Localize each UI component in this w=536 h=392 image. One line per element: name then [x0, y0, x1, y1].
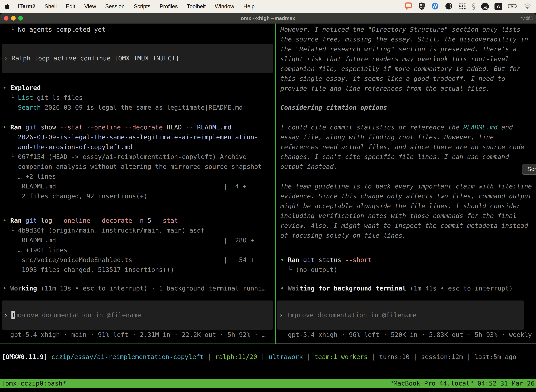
tmux-status-bar: [omx-cczip0:bash* "MacBook-Pro-44.local"… — [0, 379, 536, 388]
git-log-output-line1: └ 4b9d30f (origin/main, instructkr/main,… — [3, 225, 205, 235]
thinking-paragraph3-line2: evidence. Since this change only affects… — [280, 191, 532, 201]
thinking-paragraph3-line1: The team guideline is to back every impo… — [280, 182, 532, 191]
wifi-icon[interactable] — [523, 3, 531, 10]
menu-item-profiles[interactable]: Profiles — [159, 3, 178, 10]
thinking-paragraph1-line2: the source tree, missing the essay. Stil… — [280, 34, 528, 44]
thinking-heading: Considering citation options — [280, 103, 387, 112]
menu-status-icons: § ..61 A — [404, 2, 531, 11]
tmux-session-label: [omx-cczip0:bash* — [1, 379, 66, 388]
iterm-window: omx --xhigh --madmax ⌥⌘1 └ No agents com… — [0, 13, 536, 392]
working-status-line: • Working (11m 13s • esc to interrupt) ·… — [3, 284, 266, 293]
left-pane-bottom-border — [0, 344, 275, 344]
left-message-box[interactable]: › Ralph loop active continue [OMX_TMUX_I… — [2, 44, 273, 73]
omx-status-line: [OMX#0.11.9] cczip/essay/ai-reimplementa… — [2, 352, 516, 362]
thinking-paragraph2-line2: essay file, along with finding root file… — [280, 132, 494, 142]
close-button[interactable] — [4, 16, 9, 21]
pane-divider[interactable] — [275, 23, 276, 344]
git-log-summary-line: 1903 files changed, 513517 insertions(+) — [3, 265, 174, 275]
thinking-paragraph1-line4: slight risk that future readers may over… — [280, 54, 509, 64]
thinking-paragraph3-line4: including verification notes with those … — [280, 211, 517, 221]
zoom-button[interactable] — [18, 16, 23, 21]
menu-item-toolbelt[interactable]: Toolbelt — [187, 3, 206, 10]
thinking-paragraph1-line3: the "Related research writing" section i… — [280, 44, 517, 54]
left-session-status-line: gpt-5.4 xhigh · main · 91% left · 2.31M … — [3, 330, 266, 340]
git-log-output-elided: … +1901 lines — [3, 245, 67, 255]
git-show-output-line2: companion analysis without altering the … — [3, 162, 262, 172]
window-titlebar[interactable]: omx --xhigh --madmax ⌥⌘1 — [0, 13, 536, 23]
git-log-stat-line2: src/voice/voiceModeEnabled.ts | 54 + — [3, 255, 254, 265]
thinking-paragraph1-line5: companion file, especially if more comme… — [280, 64, 520, 74]
thinking-paragraph1-line1: However, I noticed the "Directory Struct… — [280, 25, 520, 34]
explored-header: • Explored — [3, 83, 41, 93]
explored-list-line: └ List git ls-files — [3, 93, 83, 103]
window-shortcut-badge: ⌥⌘1 — [520, 13, 534, 23]
menu-item-session[interactable]: Session — [105, 3, 124, 10]
ran-git-show-command: • Ran git show --stat --oneline --decora… — [3, 122, 231, 132]
explored-search-line: Search 2026-03-09-is-legal-the-same-as-l… — [3, 103, 243, 112]
left-pane[interactable]: └ No agents completed yet › Ralph loop a… — [0, 23, 275, 344]
apple-menu-icon[interactable] — [5, 3, 10, 10]
left-message-text: › Ralph loop active continue [OMX_TMUX_I… — [4, 53, 179, 63]
a-badge-label: A — [497, 4, 500, 9]
git-show-output-line1: └ 067f154 (HEAD -> essay/ai-reimplementa… — [3, 152, 247, 162]
traffic-lights — [4, 13, 23, 23]
menu-item-view[interactable]: View — [84, 3, 96, 10]
squiggle-icon[interactable]: § — [472, 3, 475, 10]
thinking-paragraph3-line5: review. Also, I might want to inspect th… — [280, 221, 528, 231]
ran-git-status-command: • Ran git status --short — [280, 255, 372, 265]
menu-item-window[interactable]: Window — [215, 3, 234, 10]
menu-item-edit[interactable]: Edit — [66, 3, 75, 10]
thinking-paragraph1-line6: this single essay, it seems like a good … — [280, 74, 505, 84]
menu-app-name[interactable]: iTerm2 — [18, 3, 35, 10]
right-session-status-line: gpt-5.4 xhigh · 96% left · 520K in · 5.8… — [280, 330, 536, 340]
a-badge-icon[interactable]: A — [494, 3, 502, 10]
git-show-summary-line: 2 files changed, 92 insertions(+) — [3, 191, 148, 201]
shield-grid-icon[interactable] — [418, 2, 425, 11]
right-input-box[interactable]: › Improve documentation in @filename — [277, 300, 524, 330]
git-status-no-output: └ (no output) — [280, 265, 337, 275]
messages-icon[interactable] — [404, 2, 412, 11]
terminal-area: └ No agents completed yet › Ralph loop a… — [0, 23, 536, 392]
minimize-button[interactable] — [11, 16, 16, 21]
right-input-text: › Improve documentation in @filename — [279, 310, 416, 320]
menu-item-shell[interactable]: Shell — [44, 3, 57, 10]
left-input-box[interactable]: › Improve documentation in @filename — [2, 300, 273, 330]
ran-git-show-arg-line1: 2026-03-09-is-legal-the-same-as-legitima… — [3, 132, 258, 142]
thinking-paragraph2-line4: changes, I can't cite specific file line… — [280, 152, 509, 162]
menu-item-help[interactable]: Help — [243, 3, 255, 10]
pie-circle-icon[interactable] — [445, 2, 453, 11]
thinking-paragraph2-line1: I could cite commit statistics or refere… — [280, 122, 513, 132]
thinking-paragraph3-line3: might be acceptable alongside the file l… — [280, 201, 520, 211]
menu-item-scripts[interactable]: Scripts — [134, 3, 151, 10]
badge-61-label: ..61 — [483, 6, 488, 9]
pulse-badge-icon[interactable] — [431, 2, 439, 11]
thinking-paragraph3-line6: of focusing solely on file lines. — [280, 231, 406, 240]
ran-git-show-arg-line2: and-the-erosion-of-copyleft.md — [3, 142, 132, 152]
thinking-paragraph2-line5: output instead. — [280, 162, 337, 172]
left-input-text: › Improve documentation in @filename — [4, 310, 141, 320]
thinking-paragraph2-line3: references need actual files, and since … — [280, 142, 524, 152]
dots-grid-icon[interactable] — [459, 2, 466, 11]
git-show-output-elided: … +2 lines — [3, 172, 56, 182]
menu-bar: iTerm2 Shell Edit View Session Scripts P… — [0, 0, 536, 13]
window-title: omx --xhigh --madmax — [241, 15, 295, 21]
thinking-paragraph1-line7: provide file and line references from th… — [280, 84, 490, 93]
agents-completed-note: └ No agents completed yet — [3, 25, 105, 34]
git-log-stat-line1: README.md | 280 + — [3, 235, 254, 245]
git-show-stat-line: README.md | 4 + — [3, 182, 247, 191]
right-pane-bottom-border — [276, 344, 536, 344]
waiting-status-line: • Waiting for background terminal (1m 41… — [280, 284, 513, 293]
right-pane[interactable]: However, I noticed the "Directory Struct… — [276, 23, 536, 344]
tmux-host-clock-label: "MacBook-Pro-44.local" 04:52 31-Mar-26 — [390, 379, 535, 388]
battery-icon[interactable] — [508, 4, 518, 9]
screen-share-overlay-button[interactable]: Scre — [522, 164, 536, 175]
badge-61-icon[interactable]: ..61 — [481, 3, 489, 10]
ran-git-log-command: • Ran git log --oneline --decorate -n 5 … — [3, 216, 178, 225]
